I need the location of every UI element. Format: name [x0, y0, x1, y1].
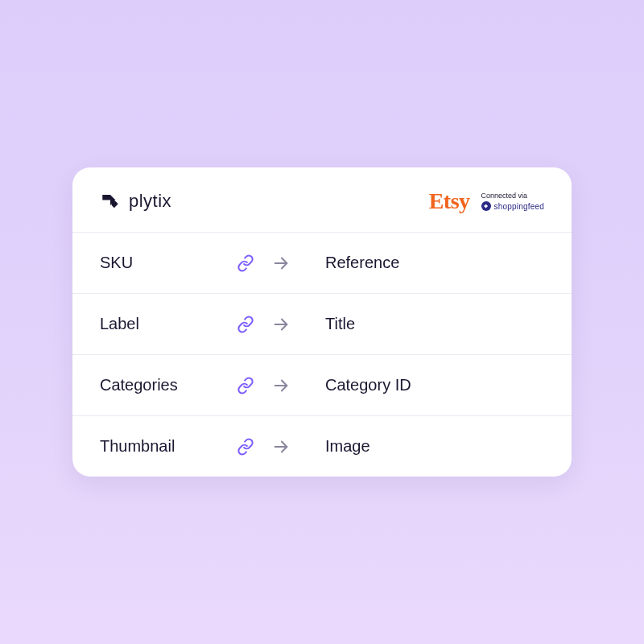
target-field-label: Image	[325, 437, 544, 456]
mapping-indicator	[237, 316, 325, 333]
arrow-right-icon	[272, 254, 290, 272]
source-brand: plytix	[100, 191, 171, 212]
target-field-label: Reference	[325, 254, 544, 272]
mapping-row: Categories Category ID	[72, 354, 572, 415]
mapping-row: Label Title	[72, 293, 572, 354]
target-field-label: Title	[325, 315, 544, 333]
mapping-card: plytix Etsy Connected via shoppingfeed S…	[72, 167, 572, 477]
card-header: plytix Etsy Connected via shoppingfeed	[72, 167, 572, 232]
etsy-wordmark: Etsy	[429, 188, 470, 214]
mapping-indicator	[237, 438, 325, 456]
link-icon	[237, 254, 254, 272]
plytix-logo-icon	[100, 191, 121, 212]
connector-block: Connected via shoppingfeed	[481, 192, 544, 211]
source-field-label: Thumbnail	[100, 437, 237, 456]
arrow-right-icon	[272, 438, 290, 456]
connected-via-label: Connected via	[481, 192, 544, 200]
source-field-label: SKU	[100, 254, 237, 272]
link-icon	[237, 377, 254, 394]
mapping-row: Thumbnail Image	[72, 415, 572, 477]
arrow-right-icon	[272, 377, 290, 394]
source-field-label: Categories	[100, 376, 237, 394]
mapping-row: SKU Reference	[72, 232, 572, 293]
link-icon	[237, 316, 254, 333]
plytix-wordmark: plytix	[129, 191, 171, 212]
shoppingfeed-logo-icon	[481, 201, 491, 211]
target-field-label: Category ID	[325, 376, 544, 394]
mapping-indicator	[237, 254, 325, 272]
mapping-indicator	[237, 377, 325, 394]
source-field-label: Label	[100, 315, 237, 333]
link-icon	[237, 438, 254, 456]
shoppingfeed-wordmark: shoppingfeed	[494, 202, 544, 211]
arrow-right-icon	[272, 316, 290, 333]
connector-brand: shoppingfeed	[481, 201, 544, 211]
target-brand-block: Etsy Connected via shoppingfeed	[429, 188, 544, 214]
